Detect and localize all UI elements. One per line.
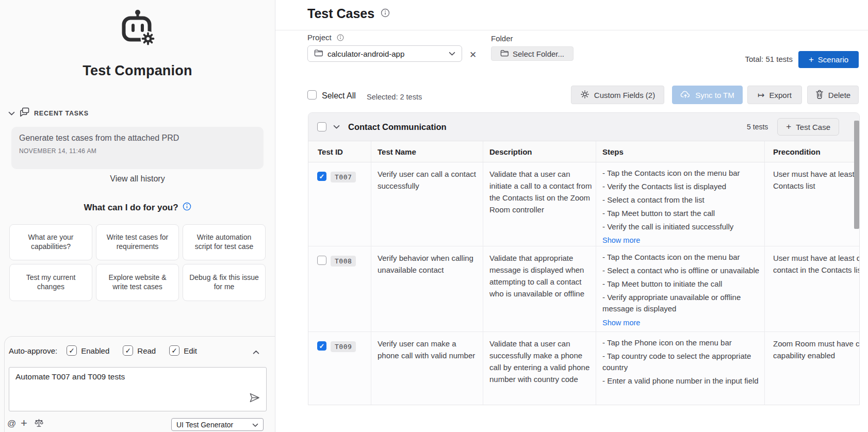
- info-icon[interactable]: [381, 8, 390, 20]
- recent-task-text: Generate test cases from the attached PR…: [19, 134, 256, 143]
- select-all-label: Select All: [322, 91, 356, 101]
- trash-icon: [815, 90, 824, 101]
- clear-project-icon[interactable]: ✕: [469, 49, 477, 60]
- step-item: Verify the Contacts list is displayed: [602, 181, 760, 192]
- project-select[interactable]: calculator-android-app: [307, 45, 462, 62]
- chevron-down-icon[interactable]: [333, 122, 340, 131]
- selected-count-text: Selected: 2 tests: [367, 93, 422, 101]
- chevron-down-icon[interactable]: [8, 109, 15, 118]
- table-scrollbar-thumb[interactable]: [854, 121, 859, 229]
- folder-label: Folder: [491, 34, 513, 43]
- folder-icon: [314, 49, 323, 59]
- table-row: T007 Verify user can call a contact succ…: [308, 162, 859, 246]
- test-name-cell[interactable]: Verify user can call a contact successfu…: [371, 162, 483, 246]
- export-button[interactable]: ↦ Export: [747, 86, 802, 104]
- precondition-cell[interactable]: User must have at least one contact in t…: [765, 162, 860, 246]
- step-item: Tap country code to select the appropria…: [602, 351, 760, 373]
- row-checkbox[interactable]: [317, 172, 326, 181]
- group-checkbox[interactable]: [317, 122, 326, 131]
- mention-icon[interactable]: @: [7, 419, 16, 429]
- chevron-up-icon[interactable]: [253, 347, 259, 357]
- test-name-cell[interactable]: Verify user can make a phone call with v…: [371, 332, 483, 405]
- suggestion-debug-fix[interactable]: Debug & fix this issue for me: [183, 264, 266, 301]
- auto-approve-edit-label: Edit: [184, 346, 197, 355]
- auto-approve-label: Auto-approve:: [9, 346, 57, 355]
- info-icon[interactable]: [337, 34, 344, 43]
- description-cell[interactable]: Validate that a user can initiate a call…: [483, 162, 596, 246]
- step-item: Enter a valid phone number in the input …: [602, 375, 760, 387]
- step-item: Verify the contact name is displayed on …: [602, 235, 760, 235]
- sidebar: Test Companion RECENT TASKS Generate tes…: [0, 0, 275, 432]
- step-item: Tap the Contacts icon on the menu bar: [602, 168, 760, 179]
- group-header: Contact Communication 5 tests + Test Cas…: [308, 113, 859, 141]
- plus-icon: +: [786, 122, 791, 132]
- app-title: Test Companion: [0, 63, 275, 79]
- agent-mode-select[interactable]: UI Test Generator: [171, 418, 264, 431]
- description-cell[interactable]: Validate that appropriate message is dis…: [483, 246, 596, 331]
- step-item: Tap the Contacts icon on the menu bar: [602, 252, 760, 263]
- recent-task-timestamp: NOVEMBER 14, 11:46 AM: [19, 147, 256, 155]
- step-item: Select a contact who is offline or unava…: [602, 265, 760, 276]
- suggestion-write-test-cases[interactable]: Write test cases for requirements: [96, 224, 179, 260]
- steps-cell[interactable]: Tap the Contacts icon on the menu bar Ve…: [596, 162, 765, 246]
- suggestion-capabilities[interactable]: What are your capabilities?: [9, 224, 92, 260]
- precondition-cell[interactable]: Zoom Room must have calling capability e…: [765, 332, 860, 405]
- cloud-sync-icon: [680, 90, 691, 100]
- custom-fields-button[interactable]: Custom Fields (2): [571, 86, 664, 104]
- column-description: Description: [483, 141, 596, 162]
- auto-approve-enabled-checkbox[interactable]: [67, 345, 77, 356]
- send-icon[interactable]: [249, 392, 260, 406]
- auto-approve-read-checkbox[interactable]: [123, 345, 133, 356]
- test-name-cell[interactable]: Verify behavior when calling unavailable…: [371, 246, 483, 331]
- suggestion-write-automation[interactable]: Write automation script for test case: [183, 224, 266, 260]
- select-folder-label: Select Folder...: [513, 49, 564, 58]
- step-item: Tap Meet button to start the call: [602, 208, 760, 219]
- group-test-count: 5 tests: [747, 123, 768, 131]
- total-tests-text: Total: 51 tests: [703, 55, 793, 63]
- test-id-badge: T008: [331, 256, 356, 267]
- show-more-link[interactable]: Show more: [602, 236, 760, 244]
- gear-icon: [580, 90, 589, 101]
- test-cases-table: Contact Communication 5 tests + Test Cas…: [308, 112, 860, 405]
- rules-scale-icon[interactable]: [34, 418, 44, 430]
- chat-input[interactable]: Automate T007 and T009 tests: [9, 367, 267, 411]
- project-label: Project: [307, 33, 332, 42]
- main-panel: Test Cases Project calculator-android-ap…: [275, 0, 868, 432]
- recent-task-item[interactable]: Generate test cases from the attached PR…: [11, 127, 264, 169]
- delete-button[interactable]: Delete: [807, 86, 859, 104]
- row-checkbox[interactable]: [317, 341, 326, 351]
- select-folder-button[interactable]: Select Folder...: [491, 46, 574, 61]
- folder-icon: [500, 49, 509, 58]
- step-item: Select a contact from the list: [602, 194, 760, 206]
- export-label: Export: [769, 91, 792, 99]
- show-more-link[interactable]: Show more: [602, 319, 760, 327]
- steps-cell[interactable]: Tap the Phone icon on the menu bar Tap c…: [596, 332, 765, 405]
- auto-approve-edit-checkbox[interactable]: [169, 345, 179, 356]
- test-id-badge: T009: [331, 341, 356, 352]
- sync-to-tm-button[interactable]: Sync to TM: [672, 86, 743, 104]
- row-checkbox[interactable]: [317, 256, 326, 265]
- select-all-checkbox[interactable]: [307, 90, 317, 99]
- add-test-case-button[interactable]: + Test Case: [777, 118, 839, 136]
- info-icon[interactable]: [183, 202, 191, 213]
- custom-fields-label: Custom Fields (2): [594, 91, 655, 99]
- auto-approve-row: Auto-approve: Enabled Read Edit: [9, 345, 210, 356]
- add-attachment-icon[interactable]: +: [21, 417, 27, 430]
- steps-cell[interactable]: Tap the Contacts icon on the menu bar Se…: [596, 246, 765, 331]
- column-steps: Steps: [596, 141, 765, 162]
- precondition-cell[interactable]: User must have at least one contact in t…: [765, 246, 860, 331]
- suggestion-explore-website[interactable]: Explore website & write test cases: [96, 264, 179, 301]
- column-header-row: Test ID Test Name Description Steps Prec…: [308, 141, 859, 162]
- recent-tasks-header[interactable]: RECENT TASKS: [8, 107, 89, 119]
- step-item: Tap Meet button to initiate the call: [602, 278, 760, 290]
- assistant-heading: What can I do for you?: [84, 203, 178, 213]
- suggestion-test-changes[interactable]: Test my current changes: [9, 264, 92, 301]
- suggestion-grid: What are your capabilities? Write test c…: [9, 224, 266, 301]
- description-cell[interactable]: Validate that a user can successfully ma…: [483, 332, 596, 405]
- add-scenario-button[interactable]: + Scenario: [798, 51, 859, 68]
- column-test-name: Test Name: [371, 141, 483, 162]
- view-all-history-link[interactable]: View all history: [0, 174, 275, 184]
- project-select-value: calculator-android-app: [327, 49, 444, 58]
- assistant-heading-row: What can I do for you?: [0, 202, 275, 213]
- step-item: Verify appropriate unavailable or offlin…: [602, 292, 760, 314]
